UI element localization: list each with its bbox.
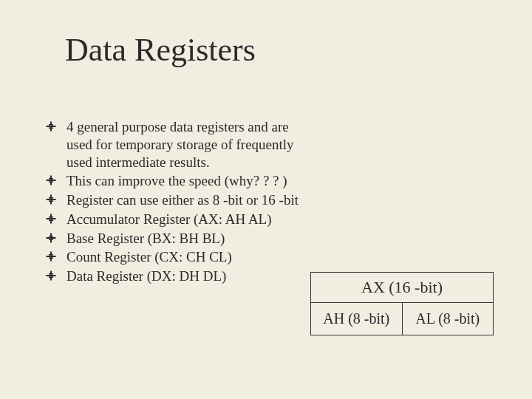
bullet-icon: [46, 270, 56, 281]
slide-title: Data Registers: [65, 31, 256, 69]
slide: Data Registers 4 general purpose data re…: [0, 0, 532, 399]
list-item: Base Register (BX: BH BL): [46, 230, 312, 248]
bullet-list: 4 general purpose data registers and are…: [46, 118, 312, 285]
svg-rect-10: [50, 214, 52, 223]
bullet-text: Accumulator Register (AX: AH AL): [66, 211, 272, 227]
bullet-icon: [46, 251, 56, 262]
bullet-text: Count Register (CX: CH CL): [66, 249, 232, 265]
bullet-text: Base Register (BX: BH BL): [66, 231, 225, 246]
list-item: Register can use either as 8 -bit or 16 …: [46, 191, 312, 209]
bullet-text: Register can use either as 8 -bit or 16 …: [66, 192, 299, 208]
bullet-text: 4 general purpose data registers and are…: [66, 119, 294, 170]
sub-row: AH (8 -bit) AL (8 -bit): [310, 303, 494, 335]
list-item: Accumulator Register (AX: AH AL): [46, 211, 312, 228]
svg-rect-7: [50, 195, 52, 205]
bullet-icon: [46, 175, 56, 185]
ax-cell: AX (16 -bit): [310, 272, 494, 303]
svg-rect-4: [50, 176, 52, 185]
bullet-icon: [46, 194, 56, 205]
list-item: This can improve the speed (why? ? ? ): [46, 172, 312, 190]
al-cell: AL (8 -bit): [403, 303, 494, 335]
bullet-icon: [46, 121, 56, 132]
ah-cell: AH (8 -bit): [310, 303, 403, 335]
bullet-text: Data Register (DX: DH DL): [66, 268, 226, 284]
svg-rect-1: [50, 122, 52, 132]
list-item: 4 general purpose data registers and are…: [46, 118, 312, 171]
svg-rect-13: [50, 233, 52, 242]
register-diagram: AX (16 -bit) AH (8 -bit) AL (8 -bit): [310, 272, 494, 335]
list-item: Data Register (DX: DH DL): [46, 267, 312, 285]
bullet-icon: [46, 233, 56, 243]
list-item: Count Register (CX: CH CL): [46, 248, 312, 266]
slide-body: 4 general purpose data registers and are…: [46, 118, 312, 287]
svg-rect-16: [50, 252, 52, 262]
bullet-icon: [46, 214, 56, 224]
bullet-text: This can improve the speed (why? ? ? ): [66, 173, 287, 188]
svg-rect-19: [50, 271, 52, 281]
